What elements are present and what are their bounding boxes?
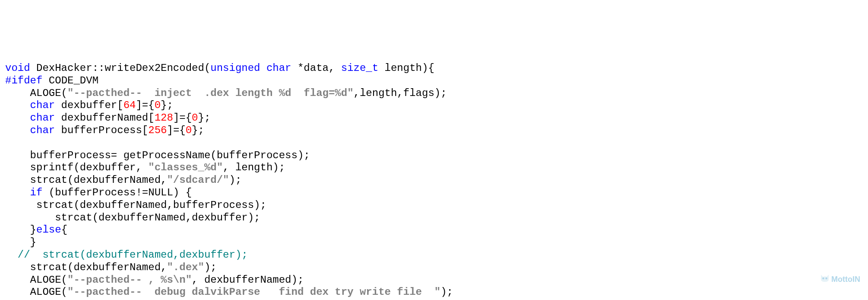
fold-gutter [0,250,5,261]
fold-gutter [0,263,5,273]
fold-gutter [0,213,5,223]
fold-gutter [0,238,5,248]
svg-point-0 [823,278,824,279]
number-literal: 0 [155,99,161,111]
cat-icon [811,265,830,294]
strcat-call: strcat(dexbufferNamed, [5,262,167,273]
array-init: ]={ [173,112,192,124]
aloge-args: ,length,flags); [354,87,447,99]
close-brace: } [5,224,36,236]
fold-gutter [0,126,5,136]
comment-line: // strcat(dexbufferNamed,dexbuffer); [5,249,248,261]
keyword-char: char [260,62,291,74]
if-condition: (bufferProcess!=NULL) { [42,187,192,198]
number-literal: 0 [186,124,192,136]
string-literal: "--pacthed-- debug dalvikParse find dex … [67,286,440,298]
stmt-end: }; [198,112,211,124]
aloge-args: , dexbufferNamed); [192,274,304,286]
param-data: *data, [291,62,341,74]
string-literal: "--pacthed-- , %s\n" [67,274,192,286]
pad [5,187,30,198]
watermark-text: MottoIN [831,275,860,284]
stmt-end: ); [204,262,217,273]
close-brace: } [5,236,36,248]
code-block: void DexHacker::writeDex2Encoded(unsigne… [0,50,868,299]
fold-gutter [0,275,5,286]
stmt-end: ); [229,174,242,186]
fold-gutter [0,151,5,161]
keyword-unsigned: unsigned [210,62,260,74]
strcat-bufferprocess: strcat(dexbufferNamed,bufferProcess); [5,199,266,211]
fold-gutter [0,163,5,173]
var-dexbuffer: dexbuffer[ [55,99,123,111]
keyword-char: char [30,99,55,111]
keyword-else: else [36,224,61,236]
number-literal: 0 [192,112,198,124]
keyword-char: char [30,112,55,124]
macro-name: CODE_DVM [42,75,98,86]
aloge-call: ALOGE( [5,87,67,99]
assign-bufferprocess: bufferProcess= getProcessName(bufferProc… [5,150,310,161]
fold-gutter [0,138,5,149]
watermark: MottoIN [811,265,860,294]
keyword-sizet: size_t [341,62,378,74]
fold-gutter [0,176,5,186]
strcat-call: strcat(dexbufferNamed, [5,174,167,186]
fold-gutter [0,76,5,86]
number-literal: 128 [155,112,173,124]
pad [5,99,30,111]
string-literal: ".dex" [167,262,204,273]
fold-gutter [0,101,5,111]
string-literal: "--pacthed-- inject .dex length %d flag=… [67,87,354,99]
strcat-dexbuffer: strcat(dexbufferNamed,dexbuffer); [5,212,260,223]
pad [5,112,30,124]
keyword-if: if [30,187,43,198]
stmt-end: }; [192,124,204,136]
stmt-end: }; [161,99,173,111]
array-init: ]={ [167,124,185,136]
var-dexbuffernamed: dexbufferNamed[ [55,112,154,124]
array-init: ]={ [136,99,154,111]
method-signature: DexHacker::writeDex2Encoded( [30,62,211,74]
fold-gutter [0,113,5,124]
aloge-call: ALOGE( [5,274,67,286]
keyword-char: char [30,124,55,136]
sprintf-args: , length); [223,162,285,173]
open-brace: { [61,224,67,236]
pad [5,124,30,136]
var-bufferprocess: bufferProcess[ [55,124,148,136]
stmt-end: ); [440,286,453,298]
param-length: length){ [378,62,434,74]
string-literal: "classes_%d" [148,162,223,173]
preprocessor-ifdef: #ifdef [5,75,42,86]
keyword-void: void [5,62,30,74]
string-literal: "/sdcard/" [167,174,229,186]
fold-gutter [0,287,5,298]
sprintf-call: sprintf(dexbuffer, [5,162,148,173]
aloge-call: ALOGE( [5,286,67,298]
number-literal: 256 [148,124,167,136]
number-literal: 64 [124,99,136,111]
fold-gutter [0,201,5,211]
fold-gutter [0,89,5,99]
svg-point-1 [826,278,827,279]
